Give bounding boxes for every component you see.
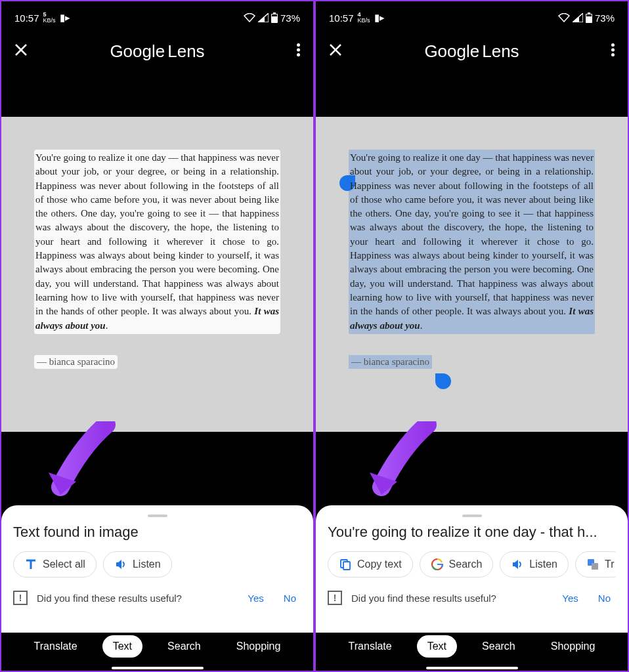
battery-percent: 73% [280,12,300,24]
tab-search[interactable]: Search [471,635,526,658]
battery-icon [271,12,278,23]
status-bar: 10:57 4KB/s ▮▸ 73% [316,1,628,32]
tab-translate[interactable]: Translate [338,635,402,658]
overflow-menu-button[interactable] [282,43,300,60]
mode-tabs: Translate Text Search Shopping [1,630,313,663]
detected-text[interactable]: You're going to realize it one day — tha… [34,150,280,334]
selected-author[interactable]: — bianca sparacino [349,355,432,369]
annotation-arrow [362,421,441,500]
copy-icon [339,558,352,571]
app-title: GoogleLens [110,41,204,62]
feedback-row: ! Did you find these results useful? Yes… [13,591,301,605]
bottom-sheet[interactable]: Text found in image Select all Listen ! … [1,505,313,633]
svg-point-10 [611,48,615,51]
svg-point-11 [611,53,615,56]
feedback-yes[interactable]: Yes [242,593,269,604]
status-left: 10:57 4KB/s ▮▸ [329,12,385,24]
svg-rect-2 [272,14,277,16]
tab-text[interactable]: Text [417,635,457,658]
google-icon [431,558,444,571]
image-preview[interactable]: You're going to realize it one day — tha… [1,117,313,432]
app-header: GoogleLens [316,32,628,71]
listen-button[interactable]: Listen [103,551,172,578]
status-right: 73% [244,12,300,24]
selected-text[interactable]: You're going to realize it one day — tha… [349,150,595,334]
speaker-icon [114,558,127,571]
tab-text[interactable]: Text [102,635,142,658]
svg-rect-13 [343,562,350,570]
battery-icon [586,12,592,23]
feedback-text: Did you find these results useful? [351,593,548,604]
translate-icon [586,558,599,571]
selection-handle-end[interactable] [435,373,451,389]
feedback-no[interactable]: No [278,593,301,604]
tab-shopping[interactable]: Shopping [226,635,292,658]
listen-button[interactable]: Listen [500,551,569,578]
overflow-menu-button[interactable] [596,43,615,60]
close-icon [329,43,342,56]
svg-rect-15 [592,563,598,570]
tab-shopping[interactable]: Shopping [540,635,606,658]
notification-icon: ▮▸ [374,12,385,24]
app-title: GoogleLens [424,41,519,62]
signal-icon [258,13,269,22]
close-button[interactable] [329,42,347,60]
nav-home-indicator[interactable] [112,667,204,669]
image-preview[interactable]: You're going to realize it one day — tha… [316,117,628,432]
search-button[interactable]: Search [420,551,494,578]
status-right: 73% [558,12,615,24]
battery-percent: 73% [595,12,615,24]
status-time: 10:57 [329,12,354,24]
action-chips: Select all Listen [13,551,301,578]
phone-left: 10:57 5KB/s ▮▸ 73% GoogleLens [0,0,314,672]
wifi-icon [558,13,570,22]
mode-tabs: Translate Text Search Shopping [316,630,628,663]
status-speed: 4KB/s [358,12,370,24]
notification-icon: ▮▸ [60,12,70,24]
svg-point-4 [297,48,300,51]
svg-point-5 [297,53,300,56]
phone-right: 10:57 4KB/s ▮▸ 73% GoogleLens [314,0,629,672]
sheet-title: Text found in image [13,524,301,541]
svg-point-3 [297,43,300,47]
app-header: GoogleLens [1,32,313,71]
wifi-icon [244,13,255,22]
nav-home-indicator[interactable] [426,667,518,669]
translate-button[interactable]: Tr [575,551,616,578]
status-left: 10:57 5KB/s ▮▸ [14,12,70,24]
close-button[interactable] [14,42,33,60]
signal-icon [573,13,583,22]
feedback-text: Did you find these results useful? [37,593,233,604]
svg-rect-7 [588,12,590,14]
feedback-icon: ! [328,591,342,605]
drag-handle[interactable] [462,514,482,517]
sheet-title: You're going to realize it one day - tha… [328,524,616,541]
status-bar: 10:57 5KB/s ▮▸ 73% [1,1,313,32]
svg-rect-1 [273,12,276,14]
detected-author[interactable]: — bianca sparacino [34,355,118,369]
feedback-no[interactable]: No [593,593,616,604]
action-chips: Copy text Search Listen Tr [328,551,616,578]
text-icon [24,558,37,571]
copy-text-button[interactable]: Copy text [328,551,413,578]
feedback-yes[interactable]: Yes [557,593,583,604]
svg-rect-8 [586,14,592,16]
more-vert-icon [297,43,300,56]
tab-translate[interactable]: Translate [24,635,88,658]
close-icon [14,43,28,56]
tab-search[interactable]: Search [157,635,211,658]
drag-handle[interactable] [148,514,167,517]
annotation-arrow [41,421,119,500]
status-speed: 5KB/s [43,12,56,24]
status-time: 10:57 [14,12,39,24]
feedback-row: ! Did you find these results useful? Yes… [328,591,616,605]
bottom-sheet[interactable]: You're going to realize it one day - tha… [316,505,628,633]
select-all-button[interactable]: Select all [13,551,97,578]
speaker-icon [511,558,524,571]
feedback-icon: ! [13,591,28,605]
more-vert-icon [611,43,615,56]
svg-point-9 [611,43,615,47]
